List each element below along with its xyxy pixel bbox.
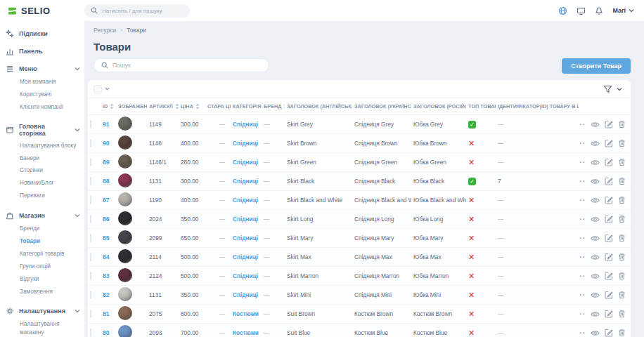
more-actions-button[interactable]: ··· [579,234,586,242]
row-checkbox[interactable] [90,329,91,337]
row-checkbox[interactable] [90,158,91,166]
view-button[interactable] [591,234,600,242]
category-link[interactable]: Спідниці [233,178,258,185]
row-checkbox[interactable] [90,310,91,318]
view-button[interactable] [591,329,600,337]
delete-button[interactable] [618,196,626,204]
more-actions-button[interactable]: ··· [579,216,586,223]
view-button[interactable] [591,310,600,318]
sort-icon[interactable] [110,103,114,110]
column-header[interactable]: КАТЕГОРІЯ [231,98,262,115]
table-search[interactable] [94,58,269,72]
product-id-link[interactable]: 85 [103,234,110,242]
product-thumbnail[interactable] [118,192,132,206]
edit-button[interactable] [605,291,613,299]
logo[interactable]: SELIO [7,6,84,16]
sidebar-item[interactable]: Сторінки [20,164,80,177]
column-header[interactable]: ID [101,98,116,115]
delete-button[interactable] [618,253,626,261]
product-thumbnail[interactable] [118,287,132,301]
delete-button[interactable] [618,139,626,147]
edit-button[interactable] [605,234,613,242]
sidebar-section-menu[interactable]: Меню [6,65,80,73]
top-product-no-icon[interactable]: ✕ [468,291,475,299]
sidebar-item[interactable]: Банери [20,152,80,165]
notifications-bell-icon[interactable] [595,6,603,15]
sidebar-item[interactable]: Новини/Блог [20,177,80,190]
category-link[interactable]: Спідниці [233,197,258,204]
more-actions-button[interactable]: ··· [579,291,586,299]
delete-button[interactable] [618,215,626,223]
top-product-yes-icon[interactable]: ✓ [468,178,476,185]
sidebar-section-bag[interactable]: Магазин [6,211,80,220]
category-link[interactable]: Спідниці [233,291,258,298]
top-product-no-icon[interactable]: ✕ [468,196,475,204]
product-thumbnail[interactable] [118,268,132,282]
delete-button[interactable] [618,177,626,185]
edit-button[interactable] [605,139,613,147]
top-product-no-icon[interactable]: ✕ [468,215,475,223]
category-link[interactable]: Спідниці [233,234,258,242]
sidebar-item[interactable]: Моя компанія [20,76,80,88]
product-thumbnail[interactable] [118,154,132,168]
sidebar-item[interactable]: Групи опцій [20,260,80,273]
table-search-input[interactable] [112,62,262,69]
select-menu-chevron-icon[interactable] [105,87,110,91]
category-link[interactable]: Спідниці [233,121,258,128]
create-product-button[interactable]: Створити Товар [562,58,631,74]
product-id-link[interactable]: 81 [103,310,110,317]
product-id-link[interactable]: 88 [103,178,110,185]
column-header[interactable]: АРТИКУЛ [147,98,179,115]
product-thumbnail[interactable] [118,249,132,263]
product-id-link[interactable]: 86 [103,216,110,223]
row-checkbox[interactable] [90,196,91,204]
view-button[interactable] [591,272,600,280]
more-actions-button[interactable]: ··· [579,159,586,166]
row-checkbox[interactable] [90,234,91,242]
top-product-no-icon[interactable]: ✕ [468,234,475,242]
row-checkbox[interactable] [90,139,91,147]
row-checkbox[interactable] [90,272,91,280]
product-id-link[interactable]: 82 [103,291,110,298]
more-actions-button[interactable]: ··· [579,140,586,147]
product-thumbnail[interactable] [118,136,132,150]
category-link[interactable]: Спідниці [233,159,258,166]
breadcrumb-item[interactable]: Ресурси [94,27,116,34]
category-link[interactable]: Спідниці [233,253,258,260]
sidebar-item[interactable]: Користувачі [20,88,80,101]
global-search-input[interactable] [102,8,183,14]
sidebar-section-gear[interactable]: Налаштування [6,307,80,315]
view-button[interactable] [591,178,600,185]
delete-button[interactable] [618,310,626,318]
delete-button[interactable] [618,158,626,166]
delete-button[interactable] [618,291,626,299]
edit-button[interactable] [605,215,613,223]
sidebar-section-page[interactable]: Головна сторінка [6,123,80,137]
category-link[interactable]: Спідниці [233,272,258,279]
edit-button[interactable] [605,272,613,280]
view-button[interactable] [591,291,600,299]
more-actions-button[interactable]: ··· [579,253,586,261]
row-checkbox[interactable] [90,120,91,128]
sidebar-item[interactable]: Налаштування магазину [20,318,80,337]
edit-button[interactable] [605,120,613,128]
select-all-checkbox[interactable] [94,85,102,93]
product-thumbnail[interactable] [118,173,132,187]
sidebar-item[interactable]: Налаштування блоку [20,140,80,152]
top-product-no-icon[interactable]: ✕ [468,272,475,280]
column-header[interactable]: ЦІНА [179,98,205,115]
top-product-no-icon[interactable]: ✕ [468,310,475,318]
product-id-link[interactable]: 87 [103,197,110,204]
edit-button[interactable] [605,329,613,337]
view-button[interactable] [591,253,600,261]
top-product-no-icon[interactable]: ✕ [468,139,475,147]
view-button[interactable] [591,140,600,147]
sidebar-item[interactable]: Товари [20,235,80,248]
product-id-link[interactable]: 84 [103,253,110,260]
top-product-no-icon[interactable]: ✕ [468,329,475,337]
delete-button[interactable] [618,234,626,242]
product-thumbnail[interactable] [118,306,132,320]
category-link[interactable]: Спідниці [233,140,258,147]
view-button[interactable] [591,197,600,204]
row-checkbox[interactable] [90,291,91,299]
